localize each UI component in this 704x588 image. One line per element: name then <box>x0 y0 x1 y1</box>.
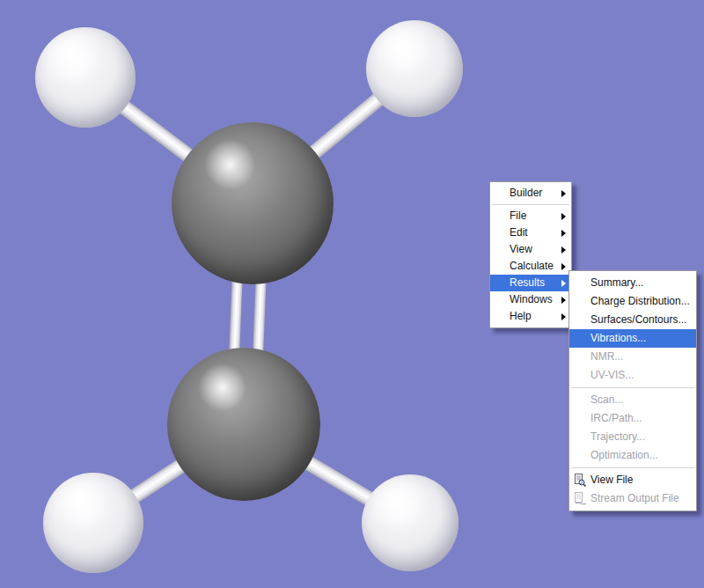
submenu-arrow-icon <box>561 280 566 287</box>
submenu-item-optimization[interactable]: Optimization... <box>569 446 696 465</box>
submenu-item-irc-path[interactable]: IRC/Path... <box>569 409 696 428</box>
submenu-item-label: Scan... <box>590 393 623 406</box>
submenu-item-label: Trajectory... <box>590 430 645 443</box>
hydrogen-atom[interactable] <box>366 20 463 117</box>
menu-item-calculate[interactable]: Calculate <box>490 258 571 275</box>
menu-separator <box>571 467 694 468</box>
menu-item-edit[interactable]: Edit <box>490 224 571 241</box>
submenu-item-label: View File <box>590 474 633 486</box>
submenu-item-uv-vis[interactable]: UV-VIS... <box>569 366 696 385</box>
hydrogen-atom[interactable] <box>43 473 143 573</box>
submenu-item-label: Stream Output File <box>590 492 679 504</box>
menu-item-label: Help <box>510 310 532 322</box>
submenu-item-summary[interactable]: Summary... <box>569 274 696 292</box>
submenu-item-label: NMR... <box>590 350 623 363</box>
submenu-arrow-icon <box>561 263 566 270</box>
submenu-item-nmr[interactable]: NMR... <box>569 348 696 366</box>
results-submenu: Summary... Charge Distribution... Surfac… <box>568 270 697 511</box>
submenu-item-scan[interactable]: Scan... <box>569 391 696 409</box>
menu-separator <box>492 204 569 205</box>
carbon-atom[interactable] <box>167 348 320 501</box>
context-menu: Builder File Edit View Calculate Results… <box>489 181 572 328</box>
menu-item-windows[interactable]: Windows <box>490 291 571 308</box>
submenu-arrow-icon <box>561 213 566 220</box>
molecule-viewport[interactable]: Builder File Edit View Calculate Results… <box>0 0 704 588</box>
submenu-item-label: Charge Distribution... <box>590 295 690 307</box>
menu-item-label: View <box>510 243 532 255</box>
submenu-arrow-icon <box>561 190 566 197</box>
menu-item-label: Edit <box>510 226 528 239</box>
menu-item-label: Windows <box>510 293 553 305</box>
submenu-item-label: Optimization... <box>590 449 658 461</box>
submenu-item-label: IRC/Path... <box>590 412 642 424</box>
menu-item-label: File <box>510 209 526 222</box>
submenu-arrow-icon <box>561 246 566 254</box>
carbon-atom[interactable] <box>172 122 334 284</box>
menu-item-results[interactable]: Results <box>490 275 571 291</box>
submenu-item-label: Vibrations... <box>590 332 646 344</box>
submenu-item-vibrations[interactable]: Vibrations... <box>569 329 696 348</box>
submenu-item-charge-distribution[interactable]: Charge Distribution... <box>569 292 696 311</box>
submenu-arrow-icon <box>561 297 566 304</box>
menu-separator <box>571 387 694 388</box>
menu-item-label: Builder <box>510 187 542 199</box>
hydrogen-atom[interactable] <box>35 27 136 128</box>
submenu-item-stream-output-file[interactable]: Stream Output File <box>569 489 696 508</box>
menu-item-label: Calculate <box>510 260 554 272</box>
stream-output-icon <box>573 492 586 505</box>
menu-item-view[interactable]: View <box>490 241 571 258</box>
submenu-arrow-icon <box>561 230 566 237</box>
menu-item-help[interactable]: Help <box>490 308 571 325</box>
submenu-item-trajectory[interactable]: Trajectory... <box>569 428 696 446</box>
submenu-item-view-file[interactable]: View File <box>569 471 696 489</box>
submenu-item-label: Surfaces/Contours... <box>590 313 686 326</box>
submenu-item-surfaces-contours[interactable]: Surfaces/Contours... <box>569 311 696 329</box>
menu-item-label: Results <box>510 276 545 289</box>
submenu-item-label: Summary... <box>590 276 643 289</box>
menu-item-builder[interactable]: Builder <box>490 185 571 202</box>
menu-item-file[interactable]: File <box>490 208 571 224</box>
view-file-icon <box>573 474 586 487</box>
submenu-arrow-icon <box>561 313 566 320</box>
hydrogen-atom[interactable] <box>362 474 458 571</box>
submenu-item-label: UV-VIS... <box>590 369 634 381</box>
